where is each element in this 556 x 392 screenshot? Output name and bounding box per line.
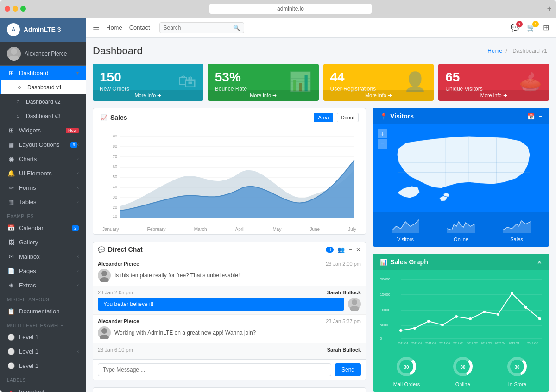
sidebar-label-tables: Tables xyxy=(19,199,77,205)
page-title: Dashboard xyxy=(93,45,143,57)
gallery-icon: 🖼 xyxy=(7,239,15,246)
sales-stat-label: Sales xyxy=(503,236,531,242)
sidebar-user: Alexander Pierce xyxy=(0,42,86,66)
apps-button[interactable]: ⊞ xyxy=(543,23,549,32)
sidebar-item-important[interactable]: ● Important xyxy=(0,385,86,392)
orders-more-info-button[interactable]: More info ➜ xyxy=(93,90,203,101)
sidebar-item-dashboard-v1[interactable]: ○ Dashboard v1 xyxy=(0,80,86,94)
sidebar-item-calendar[interactable]: 📅 Calendar 2 xyxy=(0,221,86,235)
svg-text:2012 Q1: 2012 Q1 xyxy=(453,342,464,344)
sidebar-item-dashboard-v3[interactable]: ○ Dashboard v3 xyxy=(0,109,86,123)
donut-online-label: Online xyxy=(451,381,474,387)
topnav-contact-link[interactable]: Contact xyxy=(129,24,150,31)
maximize-dot[interactable] xyxy=(20,6,26,12)
sidebar-nav: ⊞ Dashboard ▾ ○ Dashboard v1 ○ Dashboard… xyxy=(0,66,86,392)
chat-users-button[interactable]: 👥 xyxy=(337,246,345,253)
visitors-more-info-button[interactable]: More info ➜ xyxy=(438,90,549,101)
sidebar-item-widgets[interactable]: ⊞ Widgets New xyxy=(0,123,86,137)
sidebar-item-pages[interactable]: 📄 Pages ‹ xyxy=(0,264,86,278)
svg-text:10: 10 xyxy=(113,214,117,218)
visitors-card-minimize-button[interactable]: − xyxy=(538,113,542,120)
mailbox-icon: ✉ xyxy=(7,253,15,260)
sidebar-item-dashboard[interactable]: ⊞ Dashboard ▾ xyxy=(0,66,86,80)
svg-text:10000: 10000 xyxy=(380,308,391,312)
sidebar-item-tables[interactable]: ▦ Tables ‹ xyxy=(0,195,86,209)
sidebar-label-documentation: Documentation xyxy=(19,308,79,315)
close-dot[interactable] xyxy=(5,6,10,12)
sales-mini-chart xyxy=(503,217,531,233)
chevron-left-icon: ‹ xyxy=(77,142,79,147)
sidebar-item-charts[interactable]: ◉ Charts ‹ xyxy=(0,152,86,166)
sidebar-item-level1-a[interactable]: ⚪ Level 1 xyxy=(0,330,86,344)
chat-body-1: Is this template really for free? That's… xyxy=(98,269,361,282)
sales-graph-minimize-button[interactable]: − xyxy=(530,259,533,266)
sidebar-label-extras: Extras xyxy=(19,282,77,289)
menu-toggle-button[interactable]: ☰ xyxy=(93,23,99,32)
sidebar-item-level1-c[interactable]: ⚪ Level 1 xyxy=(0,359,86,373)
ui-icon: 🔔 xyxy=(7,170,15,177)
visitors-card-calendar-button[interactable]: 📅 xyxy=(527,113,535,120)
map-stat-sales: Sales xyxy=(503,217,531,242)
map-zoom-out-button[interactable]: − xyxy=(378,139,387,149)
sidebar-item-ui-elements[interactable]: 🔔 UI Elements ‹ xyxy=(0,166,86,180)
topnav-home-link[interactable]: Home xyxy=(106,24,122,31)
minimize-dot[interactable] xyxy=(13,6,18,12)
search-input[interactable] xyxy=(164,25,233,31)
breadcrumb-home-link[interactable]: Home xyxy=(487,48,502,54)
address-bar[interactable]: adminlte.io xyxy=(209,4,372,14)
cart-button[interactable]: 🛒 1 xyxy=(527,23,536,32)
donut-mail-label: Mail-Orders xyxy=(393,381,420,387)
chat-input-area: Send xyxy=(93,359,366,380)
svg-point-48 xyxy=(497,313,499,316)
sidebar-item-documentation[interactable]: 📋 Documentation xyxy=(0,304,86,318)
doc-icon: 📋 xyxy=(7,308,15,315)
area-toggle-button[interactable]: Area xyxy=(314,113,333,122)
sidebar: A AdminLTE 3 Alexander Pierce ⊞ Dashboar… xyxy=(0,18,86,392)
visitors-card: 📍 Visitors 📅 − xyxy=(373,108,549,247)
chat-send-button[interactable]: Send xyxy=(335,363,361,376)
topnav-search[interactable]: 🔍 xyxy=(159,22,244,33)
svg-point-51 xyxy=(538,317,541,320)
sidebar-item-extras[interactable]: ⊕ Extras ‹ xyxy=(0,278,86,292)
map-stat-online: Online xyxy=(447,217,475,242)
map-zoom-in-button[interactable]: + xyxy=(378,129,387,138)
sales-chart-body: 90 80 70 60 50 40 30 20 10 xyxy=(93,127,366,234)
chat-badge: 3 xyxy=(326,247,334,253)
sidebar-username: Alexander Pierce xyxy=(25,50,67,57)
users-more-info-button[interactable]: More info ➜ xyxy=(323,90,434,101)
sidebar-label-dashboard-v3: Dashboard v3 xyxy=(26,113,79,119)
donut-instore: 30 In-Store xyxy=(505,355,529,387)
svg-point-22 xyxy=(352,299,357,305)
chat-message-input[interactable] xyxy=(98,363,331,376)
sidebar-item-forms[interactable]: ✏ Forms ‹ xyxy=(0,180,86,195)
sales-graph-close-button[interactable]: ✕ xyxy=(537,259,542,266)
sidebar-item-level1-b[interactable]: ⚪ Level 1 ‹ xyxy=(0,344,86,359)
chat-avatar-2 xyxy=(348,298,361,311)
sidebar-item-gallery[interactable]: 🖼 Gallery xyxy=(0,235,86,249)
widgets-icon: ⊞ xyxy=(7,127,15,134)
right-column: 📍 Visitors 📅 − xyxy=(373,108,549,392)
sidebar-item-dashboard-v2[interactable]: ○ Dashboard v2 xyxy=(0,94,86,109)
svg-text:2013 Q2: 2013 Q2 xyxy=(527,342,538,344)
bounce-more-info-button[interactable]: More info ➜ xyxy=(208,90,319,101)
visitors-mini-chart xyxy=(392,217,419,233)
info-box-visitors: 65 Unique Visitors 🥧 More info ➜ xyxy=(438,64,549,101)
chat-sender-1: Alexander Pierce xyxy=(98,261,139,267)
chevron-left-icon-3: ‹ xyxy=(77,171,79,176)
map-stats: Visitors Online xyxy=(373,212,549,247)
topnav: ☰ Home Contact 🔍 💬 3 🛒 1 ⊞ xyxy=(86,18,556,38)
sidebar-item-mailbox[interactable]: ✉ Mailbox ‹ xyxy=(0,249,86,264)
sidebar-label-gallery: Gallery xyxy=(19,239,79,246)
orders-icon: 🛍 xyxy=(178,71,196,92)
chat-close-button[interactable]: ✕ xyxy=(356,246,361,253)
chat-minimize-button[interactable]: − xyxy=(348,246,352,253)
chat-icon: 💬 xyxy=(98,246,105,253)
users-icon: 👤 xyxy=(404,71,427,93)
usa-map-svg xyxy=(382,124,540,212)
donut-toggle-button[interactable]: Donut xyxy=(337,113,359,122)
new-tab-button[interactable]: + xyxy=(547,5,551,13)
sidebar-item-layout-options[interactable]: ▦ Layout Options 6 ‹ xyxy=(0,137,86,152)
messages-button[interactable]: 💬 3 xyxy=(511,23,520,32)
breadcrumb-current: Dashboard v1 xyxy=(512,48,547,54)
chat-message-4: 23 Jan 6:10 pm Sarah Bullock xyxy=(93,343,366,359)
